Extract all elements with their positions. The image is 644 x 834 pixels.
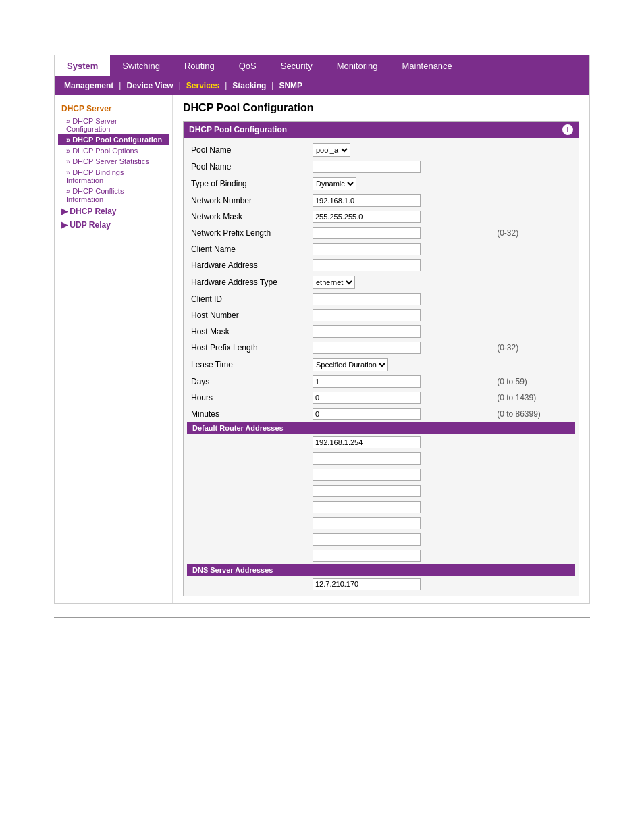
- hardware-address-type-select[interactable]: ethernet: [313, 276, 355, 289]
- form-panel-header: DHCP Pool Configuration i: [184, 122, 579, 138]
- label-pool-name-2: Pool Name: [187, 159, 308, 175]
- hint-empty-r4: [493, 483, 575, 499]
- sidebar-dhcp-conflicts[interactable]: » DHCP ConflictsInformation: [58, 186, 169, 205]
- label-empty-dns-1: [187, 576, 308, 592]
- router-addr-input-8[interactable]: [313, 550, 421, 562]
- hint-empty-dns1: [493, 576, 575, 592]
- hint-empty-8: [493, 273, 575, 291]
- default-router-addr-7: [187, 531, 575, 548]
- router-addr-input-5[interactable]: [313, 501, 421, 513]
- sep2: |: [176, 81, 184, 90]
- main-content: DHCP Pool Configuration DHCP Pool Config…: [173, 95, 589, 603]
- sidebar-dhcp-relay-title[interactable]: ▶ DHCP Relay: [58, 205, 169, 218]
- sep3: |: [222, 81, 230, 90]
- nav-system[interactable]: System: [55, 55, 110, 76]
- hint-empty-12: [493, 356, 575, 373]
- hint-empty-5: [493, 209, 575, 225]
- hint-empty-r3: [493, 467, 575, 483]
- client-name-input[interactable]: [313, 243, 421, 255]
- subnav-services[interactable]: Services: [184, 80, 222, 92]
- field-router-addr-1: [308, 434, 493, 450]
- field-pool-name-text: Pool Name: [187, 159, 575, 175]
- hint-days: (0 to 59): [493, 373, 575, 390]
- subnav-snmp[interactable]: SNMP: [276, 80, 305, 92]
- field-router-addr-3: [308, 467, 493, 483]
- host-number-input[interactable]: [313, 309, 421, 321]
- hint-empty-r5: [493, 499, 575, 515]
- label-empty-router-3: [187, 467, 308, 483]
- hint-empty-2: [493, 159, 575, 175]
- sidebar-dhcp-server-stats[interactable]: » DHCP Server Statistics: [58, 156, 169, 167]
- sidebar-dhcp-server-title[interactable]: DHCP Server: [58, 102, 169, 115]
- field-router-addr-2: [308, 450, 493, 467]
- subnav-deviceview[interactable]: Device View: [124, 80, 176, 92]
- host-prefix-input[interactable]: [313, 342, 421, 354]
- label-empty-router-5: [187, 499, 308, 515]
- nav-security[interactable]: Security: [269, 55, 325, 76]
- days-input[interactable]: [313, 375, 421, 388]
- field-client-id: Client ID: [187, 291, 575, 307]
- client-id-input[interactable]: [313, 293, 421, 305]
- default-router-addr-3: [187, 467, 575, 483]
- subnav-stacking[interactable]: Stacking: [230, 80, 269, 92]
- sidebar-dhcp-pool-config[interactable]: » DHCP Pool Configuration: [58, 134, 169, 145]
- router-addr-input-3[interactable]: [313, 469, 421, 481]
- default-router-addr-8: [187, 548, 575, 564]
- field-router-addr-7: [308, 531, 493, 548]
- label-hours: Hours: [187, 390, 308, 406]
- host-mask-input[interactable]: [313, 325, 421, 338]
- type-of-binding-select[interactable]: Dynamic: [313, 177, 356, 190]
- minutes-input[interactable]: [313, 408, 421, 420]
- network-number-input[interactable]: [313, 194, 421, 207]
- dns-addr-input-1[interactable]: [313, 578, 421, 590]
- nav-switching[interactable]: Switching: [110, 55, 172, 76]
- router-addr-input-6[interactable]: [313, 517, 421, 529]
- sidebar-dhcp-pool-options[interactable]: » DHCP Pool Options: [58, 145, 169, 156]
- form-inner: Pool Name pool_a Pool Name: [184, 138, 579, 596]
- sidebar-dhcp-bindings[interactable]: » DHCP BindingsInformation: [58, 167, 169, 186]
- dns-server-section-row: DNS Server Addresses: [187, 564, 575, 576]
- field-hours: Hours (0 to 1439): [187, 390, 575, 406]
- router-addr-input-4[interactable]: [313, 485, 421, 497]
- network-prefix-input[interactable]: [313, 227, 421, 239]
- label-host-number: Host Number: [187, 307, 308, 323]
- router-addr-input-2[interactable]: [313, 452, 421, 465]
- label-network-number: Network Number: [187, 192, 308, 209]
- hint-host-prefix: (0-32): [493, 340, 575, 356]
- subnav-management[interactable]: Management: [61, 80, 116, 92]
- lease-time-select[interactable]: Specified Duration Infinite: [313, 358, 388, 371]
- field-client-name-cell: [308, 241, 493, 257]
- page-wrapper: System Switching Routing QoS Security Mo…: [0, 0, 644, 834]
- router-addr-input-1[interactable]: [313, 436, 421, 448]
- sidebar-udp-relay-title[interactable]: ▶ UDP Relay: [58, 218, 169, 232]
- label-network-prefix: Network Prefix Length: [187, 225, 308, 241]
- field-network-mask-cell: [308, 209, 493, 225]
- hours-input[interactable]: [313, 392, 421, 404]
- field-router-addr-5: [308, 499, 493, 515]
- nav-maintenance[interactable]: Maintenance: [390, 55, 464, 76]
- hint-empty-4: [493, 192, 575, 209]
- field-router-addr-4: [308, 483, 493, 499]
- nav-routing[interactable]: Routing: [172, 55, 227, 76]
- label-days: Days: [187, 373, 308, 390]
- network-mask-input[interactable]: [313, 211, 421, 223]
- field-host-prefix: Host Prefix Length (0-32): [187, 340, 575, 356]
- default-router-addr-2: [187, 450, 575, 467]
- label-pool-name-1: Pool Name: [187, 141, 308, 159]
- label-host-mask: Host Mask: [187, 323, 308, 340]
- default-router-addr-5: [187, 499, 575, 515]
- hint-empty-9: [493, 291, 575, 307]
- pool-name-input[interactable]: [313, 161, 421, 173]
- hardware-address-input[interactable]: [313, 259, 421, 271]
- field-host-number-cell: [308, 307, 493, 323]
- nav-monitoring[interactable]: Monitoring: [325, 55, 390, 76]
- sidebar-dhcp-server-config[interactable]: » DHCP ServerConfiguration: [58, 115, 169, 134]
- pool-name-select[interactable]: pool_a: [313, 143, 350, 157]
- form-table: Pool Name pool_a Pool Name: [187, 141, 575, 592]
- label-hardware-address-type: Hardware Address Type: [187, 273, 308, 291]
- router-addr-input-7[interactable]: [313, 533, 421, 546]
- nav-qos[interactable]: QoS: [227, 55, 269, 76]
- default-router-addr-1: [187, 434, 575, 450]
- field-type-binding-cell: Dynamic: [308, 175, 493, 192]
- help-icon[interactable]: i: [562, 124, 573, 135]
